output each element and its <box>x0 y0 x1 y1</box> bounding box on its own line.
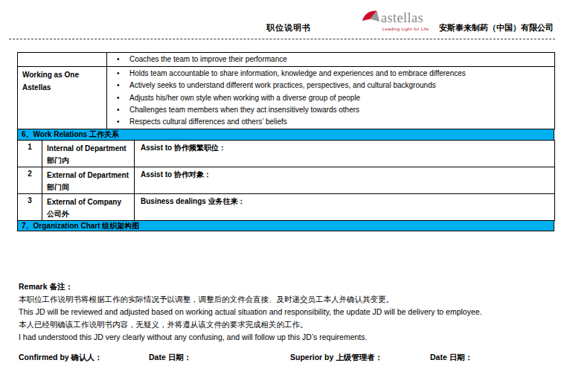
confirmed-by-label: Confirmed by 确认人： <box>19 353 103 363</box>
relation-label-zh: 部门间 <box>47 181 131 193</box>
remark-line: 本职位工作说明书将根据工作的实际情况予以调整，调整后的文件会直接、及时递交员工本… <box>19 293 554 306</box>
astellas-brand-text: astellas <box>381 10 423 26</box>
bullet-item: Coaches the team to improve their perfor… <box>107 54 551 65</box>
row-number: 3 <box>18 194 42 221</box>
empty-label-cell <box>18 53 107 67</box>
date-label: Date 日期： <box>149 353 191 363</box>
section-header-work-relations: 6、Work Relations 工作关系 <box>17 129 554 141</box>
astellas-star-icon <box>362 9 381 30</box>
bullet-item: Adjusts his/her own style when working w… <box>107 92 551 104</box>
signoff-row: Confirmed by 确认人： Date 日期： Superior by 上… <box>0 353 564 367</box>
relation-label-zh: 公司外 <box>47 208 131 220</box>
relation-label-zh: 部门内 <box>47 155 131 167</box>
bullet-item: Actively seeks to understand different w… <box>107 80 551 91</box>
remark-line: This JD will be reviewed and adjusted ba… <box>19 306 554 318</box>
row-number: 1 <box>18 141 42 167</box>
table-row: 1 Internal of Department 部门内 Assist to 协… <box>18 141 555 167</box>
work-relations-table: 1 Internal of Department 部门内 Assist to 协… <box>17 140 555 221</box>
remark-line: 本人已经明确该工作说明书内容，无疑义，并将遵从该文件的要求完成相关的工作。 <box>19 318 554 331</box>
bullet-item: Holds team accountable to share informat… <box>107 68 551 80</box>
remark-line: I had understood this JD very clearly wi… <box>19 331 554 344</box>
section-header-organization-chart: 7、Organization Chart 组织架构图 <box>17 220 554 231</box>
relation-content: Assist to 协作频繁职位： <box>135 141 555 167</box>
remark-block: Remark 备注： 本职位工作说明书将根据工作的实际情况予以调整，调整后的文件… <box>19 280 554 344</box>
superior-by-label: Superior by 上级管理者： <box>290 353 382 363</box>
competency-table: Coaches the team to improve their perfor… <box>17 52 555 129</box>
relation-content: Assist to 协作对象： <box>135 167 555 194</box>
jd-table: Coaches the team to improve their perfor… <box>17 52 554 231</box>
astellas-tagline: Leading Light for Life <box>382 27 429 31</box>
astellas-logo: astellas Leading Light for Life <box>362 8 436 36</box>
relation-label-en: External of Department <box>47 170 131 181</box>
table-row: 2 External of Department 部门间 Assist to 协… <box>18 167 555 194</box>
bullet-item: Respects cultural differences and others… <box>107 116 551 128</box>
bullet-item: Challenges team members when they act in… <box>107 104 551 116</box>
table-row: 3 External of Company 公司外 Business deali… <box>18 194 555 221</box>
working-as-one-label: Working as One Astellas <box>18 67 107 129</box>
date-label: Date 日期： <box>430 353 472 363</box>
doc-title: 职位说明书 <box>266 22 311 33</box>
relation-label: External of Company 公司外 <box>42 194 135 221</box>
bullet-cell: Coaches the team to improve their perfor… <box>107 53 555 67</box>
remark-title: Remark 备注： <box>19 280 554 293</box>
bullet-cell: Holds team accountable to share informat… <box>107 67 555 129</box>
table-row: Working as One Astellas Holds team accou… <box>18 67 555 129</box>
relation-label-en: External of Company <box>47 196 131 208</box>
relation-content: Business dealings 业务往来： <box>135 194 555 221</box>
header-divider <box>9 39 555 39</box>
relation-label: Internal of Department 部门内 <box>42 141 135 167</box>
relation-label-en: Internal of Department <box>47 143 131 155</box>
table-row: Coaches the team to improve their perfor… <box>18 53 555 67</box>
row-number: 2 <box>18 167 42 194</box>
company-name: 安斯泰来制药（中国）有限公司 <box>439 22 554 33</box>
relation-label: External of Department 部门间 <box>42 167 135 194</box>
